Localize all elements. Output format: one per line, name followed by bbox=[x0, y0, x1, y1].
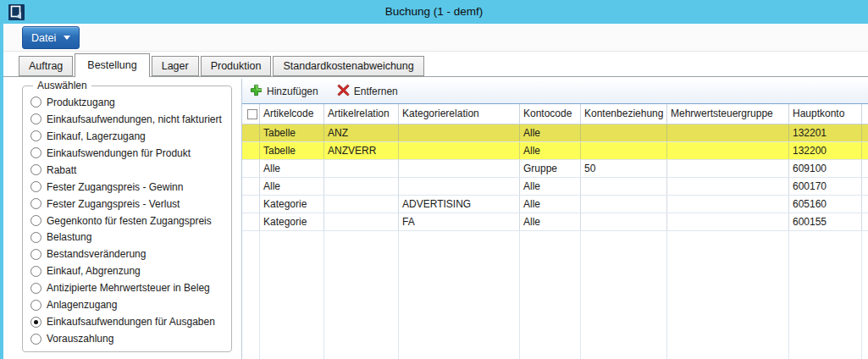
radio-option[interactable]: Einkaufsaufwendungen, nicht fakturiert bbox=[30, 111, 228, 128]
remove-button[interactable]: Entfernen bbox=[337, 84, 398, 99]
radio-option[interactable]: Gegenkonto für festen Zugangspreis bbox=[30, 213, 228, 229]
table-cell[interactable]: 600155 bbox=[789, 213, 862, 230]
column-header[interactable]: Kontenbeziehung bbox=[581, 104, 667, 124]
row-selector-cell[interactable] bbox=[242, 142, 260, 159]
table-cell[interactable]: 132200 bbox=[789, 142, 862, 159]
radio-option[interactable]: Anlagenzugang bbox=[30, 296, 228, 313]
table-cell[interactable] bbox=[399, 142, 520, 159]
table-cell[interactable] bbox=[667, 196, 789, 213]
tab-standardkostenabweichung[interactable]: Standardkostenabweichung bbox=[273, 56, 423, 76]
table-row[interactable]: AlleAlle600170 bbox=[242, 178, 868, 196]
file-menu-button[interactable]: Datei bbox=[22, 26, 80, 49]
table-cell[interactable]: Alle bbox=[520, 142, 581, 159]
radio-option[interactable]: Einkaufsaufwendungen für Ausgaben bbox=[30, 313, 228, 330]
radio-label: Einkauf, Lagerzugang bbox=[47, 130, 146, 142]
table-cell[interactable]: 50 bbox=[581, 160, 667, 177]
table-cell[interactable] bbox=[667, 160, 789, 177]
radio-label: Fester Zugangspreis - Gewinn bbox=[47, 181, 183, 193]
table-cell[interactable]: 605160 bbox=[789, 196, 862, 213]
x-icon bbox=[337, 84, 350, 99]
table-cell[interactable]: 132201 bbox=[789, 124, 862, 141]
table-cell[interactable]: FA bbox=[399, 213, 520, 230]
radio-icon bbox=[30, 334, 41, 345]
tab-lager[interactable]: Lager bbox=[152, 56, 199, 76]
empty-column bbox=[667, 231, 789, 359]
table-cell[interactable] bbox=[399, 178, 520, 195]
titlebar: Buchung (1 - demf) bbox=[0, 0, 868, 24]
table-row[interactable]: TabelleANZVERRAlle132200 bbox=[242, 142, 868, 160]
table-cell[interactable] bbox=[667, 124, 789, 141]
grid-header: ArtikelcodeArtikelrelationKategorierelat… bbox=[242, 104, 868, 124]
radio-option[interactable]: Einkauf, Lagerzugang bbox=[30, 128, 228, 145]
table-row[interactable]: KategorieADVERTISINGAlle605160 bbox=[242, 196, 868, 213]
table-cell[interactable]: 600170 bbox=[789, 178, 862, 195]
table-cell[interactable] bbox=[667, 213, 789, 230]
table-cell[interactable]: Tabelle bbox=[260, 142, 324, 159]
table-cell[interactable]: Alle bbox=[520, 124, 581, 141]
select-options: ProduktzugangEinkaufsaufwendungen, nicht… bbox=[30, 94, 228, 347]
column-header[interactable]: Artikelrelation bbox=[324, 104, 399, 124]
tab-bestellung[interactable]: Bestellung bbox=[75, 53, 149, 77]
row-selector-cell[interactable] bbox=[242, 124, 260, 141]
table-cell[interactable] bbox=[581, 196, 667, 213]
radio-option[interactable]: Rabatt bbox=[30, 162, 228, 179]
radio-option[interactable]: Einkaufswendungen für Produkt bbox=[30, 145, 228, 162]
radio-option[interactable]: Antizipierte Mehrwertsteuer in Beleg bbox=[30, 279, 228, 296]
table-cell[interactable] bbox=[581, 124, 667, 141]
radio-icon bbox=[30, 113, 41, 124]
tab-auftrag[interactable]: Auftrag bbox=[19, 56, 73, 76]
radio-option[interactable]: Fester Zugangspreis - Gewinn bbox=[30, 179, 228, 196]
radio-icon bbox=[30, 249, 41, 260]
table-row[interactable]: KategorieFAAlle600155 bbox=[242, 213, 868, 231]
column-header[interactable]: Mehrwertsteuergruppe bbox=[667, 104, 789, 124]
table-cell[interactable] bbox=[324, 213, 399, 230]
radio-option[interactable]: Belastung bbox=[30, 229, 228, 246]
table-cell[interactable]: Tabelle bbox=[260, 124, 324, 141]
radio-icon bbox=[30, 164, 41, 175]
table-cell[interactable]: Kategorie bbox=[260, 213, 324, 230]
row-selector-cell[interactable] bbox=[242, 160, 260, 177]
row-selector-cell[interactable] bbox=[242, 178, 260, 195]
table-cell[interactable]: Alle bbox=[520, 178, 581, 195]
radio-icon bbox=[30, 198, 41, 209]
table-cell[interactable] bbox=[581, 178, 667, 195]
radio-option[interactable]: Bestandsveränderung bbox=[30, 246, 228, 262]
radio-option[interactable]: Vorauszahlung bbox=[30, 330, 228, 347]
table-cell[interactable]: Alle bbox=[260, 178, 324, 195]
table-cell[interactable] bbox=[667, 142, 789, 159]
radio-option[interactable]: Einkauf, Abgrenzung bbox=[30, 262, 228, 279]
row-selector-cell[interactable] bbox=[242, 196, 260, 213]
table-cell[interactable] bbox=[399, 160, 520, 177]
column-header[interactable]: Kontocode bbox=[520, 104, 581, 124]
table-cell[interactable]: ADVERTISING bbox=[399, 196, 520, 213]
radio-icon bbox=[30, 130, 41, 141]
table-cell[interactable] bbox=[581, 142, 667, 159]
table-cell[interactable]: Alle bbox=[520, 196, 581, 213]
table-cell[interactable] bbox=[324, 178, 399, 195]
table-cell[interactable]: 609100 bbox=[789, 160, 862, 177]
select-all-checkbox[interactable] bbox=[247, 109, 257, 119]
table-cell[interactable]: Alle bbox=[520, 213, 581, 230]
table-row[interactable]: TabelleANZAlle132201 bbox=[242, 124, 868, 142]
select-all-cell[interactable] bbox=[242, 104, 260, 124]
table-cell[interactable] bbox=[581, 213, 667, 230]
column-header[interactable]: Kategorierelation bbox=[399, 104, 520, 124]
table-cell[interactable]: Gruppe bbox=[520, 160, 581, 177]
row-selector-cell[interactable] bbox=[242, 213, 260, 230]
table-cell[interactable] bbox=[399, 124, 520, 141]
table-cell[interactable]: ANZVERR bbox=[324, 142, 399, 159]
table-cell[interactable]: ANZ bbox=[324, 124, 399, 141]
add-button[interactable]: Hinzufügen bbox=[250, 84, 318, 99]
column-header[interactable]: Artikelcode bbox=[260, 104, 324, 124]
radio-option[interactable]: Fester Zugangspreis - Verlust bbox=[30, 196, 228, 213]
table-cell[interactable]: Kategorie bbox=[260, 196, 324, 213]
radio-option[interactable]: Produktzugang bbox=[30, 94, 228, 111]
table-cell[interactable] bbox=[667, 178, 789, 195]
column-header[interactable]: Hauptkonto bbox=[789, 104, 862, 124]
table-cell[interactable] bbox=[324, 196, 399, 213]
table-cell[interactable]: Alle bbox=[260, 160, 324, 177]
tab-produktion[interactable]: Produktion bbox=[201, 56, 272, 76]
radio-icon bbox=[30, 266, 41, 277]
table-cell[interactable] bbox=[324, 160, 399, 177]
table-row[interactable]: AlleGruppe50609100 bbox=[242, 160, 868, 178]
